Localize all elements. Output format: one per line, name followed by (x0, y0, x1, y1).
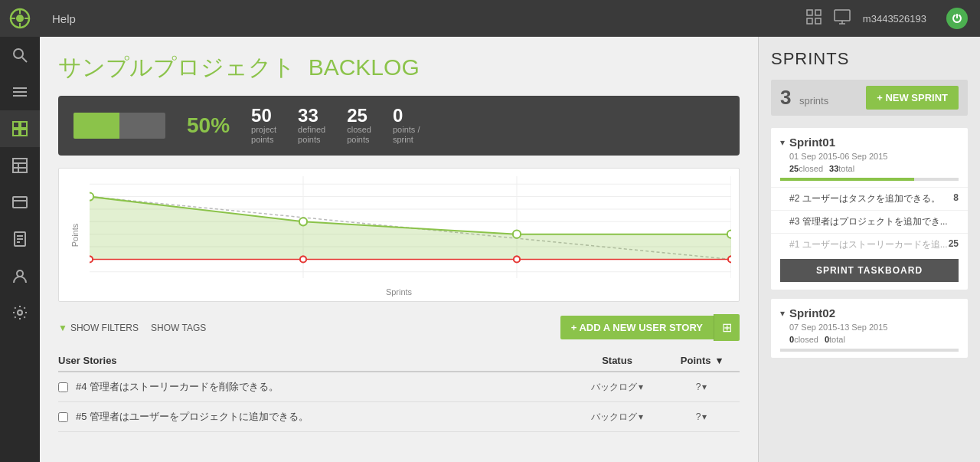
points-dropdown-icon-2: ▾ (702, 411, 707, 422)
stats-closed-points-num: 25 (347, 106, 368, 125)
filter-bar: ▼ SHOW FILTERS SHOW TAGS + ADD A NEW USE… (58, 314, 740, 341)
section-name: BACKLOG (309, 54, 420, 80)
show-filters-label: SHOW FILTERS (70, 323, 139, 333)
sidebar-item-settings[interactable] (0, 294, 40, 331)
stats-defined-points-label: definedpoints (298, 125, 325, 145)
stats-defined-points-num: 33 (298, 106, 318, 125)
col-story-header: User Stories (58, 355, 571, 366)
svg-point-60 (727, 231, 731, 238)
sidebar-item-menu[interactable] (0, 74, 40, 110)
row-story-2: #5 管理者はユーザーをプロジェクトに追加できる。 (76, 410, 571, 424)
power-button[interactable] (946, 8, 968, 29)
col-points-label: Points (681, 355, 711, 366)
col-points-sort-icon[interactable]: ▾ (717, 355, 722, 366)
filter-icon: ▼ (58, 323, 67, 333)
svg-rect-28 (815, 10, 821, 15)
sprints-count-label: sprints (799, 95, 828, 106)
row-story-1: #4 管理者はストーリーカードを削除できる。 (76, 380, 571, 394)
add-story-button[interactable]: + ADD A NEW USER STORY (560, 316, 714, 339)
sprint02-stats: 0closed 0total (771, 335, 968, 349)
sprints-count: 3 (780, 86, 791, 109)
status-dropdown-icon-2: ▾ (639, 411, 643, 422)
new-sprint-button[interactable]: + NEW SPRINT (866, 86, 959, 110)
sprint-item-1: Sprint01 01 Sep 2015-06 Sep 2015 25close… (771, 128, 968, 290)
project-name: サンプルプロジェクト (58, 54, 296, 80)
points-dropdown-icon-1: ▾ (702, 382, 707, 392)
sidebar-logo[interactable] (0, 0, 40, 37)
svg-rect-19 (13, 197, 27, 208)
svg-rect-31 (835, 10, 850, 21)
row-points-1[interactable]: ? ▾ (663, 382, 740, 392)
row-points-2[interactable]: ? ▾ (663, 411, 740, 422)
row-status-1[interactable]: バックログ ▾ (571, 381, 663, 394)
page-title: サンプルプロジェクト BACKLOG (58, 52, 740, 84)
burndown-chart: Points 60 50 40 30 20 (58, 168, 740, 302)
sidebar-item-reports[interactable] (0, 221, 40, 257)
sprint02-total-num: 0total (825, 335, 845, 344)
grid-icon (722, 323, 732, 334)
show-tags-button[interactable]: SHOW TAGS (151, 318, 206, 338)
sprint01-story-2[interactable]: #2 ユーザーはタスクを追加できる。 8 (771, 187, 968, 210)
sidebar-item-table[interactable] (0, 147, 40, 184)
svg-point-1 (16, 15, 24, 22)
stats-per-sprint-num: 0 (393, 106, 403, 125)
stats-defined-points: 33 definedpoints (298, 106, 325, 145)
sprints-panel: SPRINTS 3 sprints + NEW SPRINT Sprint01 … (758, 37, 980, 462)
svg-rect-12 (21, 122, 27, 128)
sprint01-story-1[interactable]: #1 ユーザーはストーリーカードを追... 25 (771, 233, 968, 256)
row-checkbox-1[interactable] (58, 382, 68, 392)
svg-rect-13 (13, 129, 19, 136)
sprint01-stats: 25closed 33total (771, 164, 968, 178)
sprint02-header[interactable]: Sprint02 (771, 299, 968, 323)
svg-rect-29 (807, 18, 812, 24)
main-area: サンプルプロジェクト BACKLOG 50% 50 projectpoints … (40, 37, 980, 462)
svg-point-64 (514, 257, 520, 263)
grid-apps-icon[interactable] (806, 9, 822, 28)
sprint01-story-2-text: #2 ユーザーはタスクを追加できる。 (789, 192, 940, 205)
svg-rect-15 (13, 159, 27, 172)
sprints-count-row: 3 sprints + NEW SPRINT (771, 80, 968, 116)
topbar: Help m3443526193 (40, 0, 980, 37)
chart-y-label: Points (70, 224, 80, 247)
sprint02-closed-num: 0closed (789, 335, 818, 344)
table-row: #5 管理者はユーザーをプロジェクトに追加できる。 バックログ ▾ ? ▾ (58, 402, 740, 432)
chart-x-label: Sprints (386, 287, 412, 297)
sprint01-story-1-points: 25 (949, 238, 959, 251)
sprint-item-2: Sprint02 07 Sep 2015-13 Sep 2015 0closed… (771, 299, 968, 358)
username: m3443526193 (863, 13, 926, 25)
svg-line-7 (22, 57, 27, 62)
grid-view-button[interactable] (714, 314, 740, 341)
table-rows: #4 管理者はストーリーカードを削除できる。 バックログ ▾ ? ▾ #5 管理… (58, 372, 740, 432)
sidebar-item-search[interactable] (0, 37, 40, 74)
content-area: サンプルプロジェクト BACKLOG 50% 50 projectpoints … (40, 37, 758, 462)
sprint02-name: Sprint02 (789, 306, 835, 319)
topbar-icons: m3443526193 (806, 8, 968, 29)
svg-point-65 (728, 257, 731, 263)
stats-per-sprint: 0 points /sprint (393, 106, 420, 145)
svg-point-59 (513, 231, 521, 238)
sprint01-progress (780, 178, 959, 181)
table-header: User Stories Status Points ▾ (58, 350, 740, 372)
svg-point-6 (14, 49, 23, 58)
svg-rect-30 (815, 18, 821, 24)
sprint01-closed-num: 25closed (789, 164, 823, 173)
sprint01-story-3[interactable]: #3 管理者はプロジェクトを追加でき... (771, 210, 968, 233)
sidebar-item-users[interactable] (0, 257, 40, 294)
stats-project-points-label: projectpoints (251, 125, 276, 145)
sidebar-item-cards[interactable] (0, 184, 40, 221)
stats-project-points-num: 50 (251, 106, 272, 125)
stats-bar: 50% 50 projectpoints 33 definedpoints 25… (58, 96, 740, 156)
show-filters-button[interactable]: ▼ SHOW FILTERS (58, 318, 139, 338)
sidebar (0, 0, 40, 462)
sprint01-header[interactable]: Sprint01 (771, 128, 968, 152)
row-status-2[interactable]: バックログ ▾ (571, 411, 663, 424)
sidebar-item-dashboard[interactable] (0, 110, 40, 147)
monitor-icon[interactable] (834, 9, 851, 28)
stats-pct: 50% (187, 113, 230, 138)
topbar-title: Help (52, 12, 806, 25)
chart-svg: 60 50 40 30 20 10 0 -10 (90, 176, 731, 278)
row-checkbox-2[interactable] (58, 412, 68, 422)
sprint01-dates: 01 Sep 2015-06 Sep 2015 (771, 152, 968, 164)
sprint-taskboard-button[interactable]: SPRINT TASKBOARD (780, 259, 959, 282)
table-row: #4 管理者はストーリーカードを削除できる。 バックログ ▾ ? ▾ (58, 372, 740, 402)
